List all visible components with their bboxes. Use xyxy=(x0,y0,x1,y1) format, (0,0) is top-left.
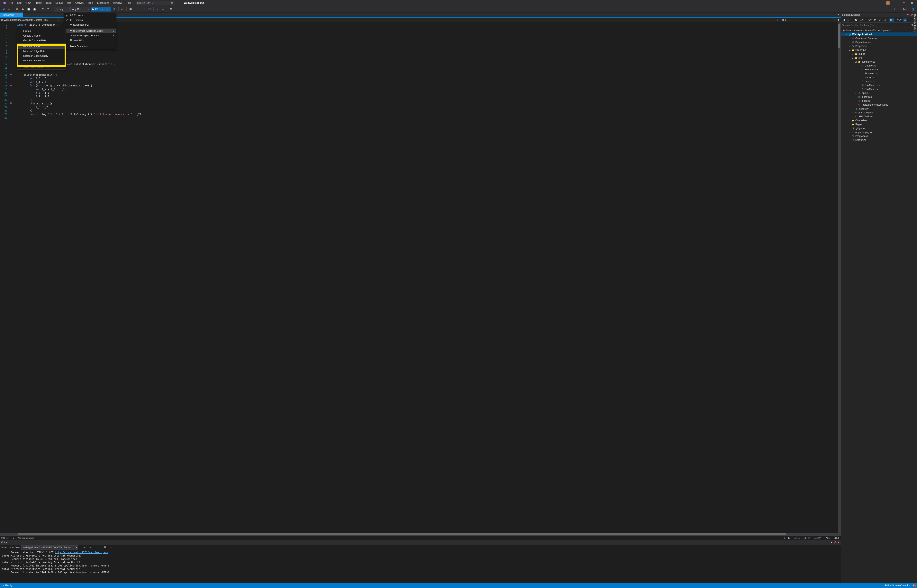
output-header[interactable]: Output ▼ 📌 ✕ xyxy=(0,540,841,545)
save-button[interactable]: 💾 xyxy=(26,7,31,11)
maximize-button[interactable]: ▢ xyxy=(900,0,908,6)
tb-icon-1[interactable]: ▦ xyxy=(128,7,133,11)
panel-close-icon[interactable]: ✕ xyxy=(838,541,839,544)
tb-icon-6[interactable]: ≡ xyxy=(160,7,165,11)
tree-node[interactable]: ◢📁src xyxy=(841,56,917,60)
tb-icon-2[interactable]: ⋯ xyxy=(134,7,138,11)
menu-item[interactable]: Script Debugging (Enabled) xyxy=(65,33,116,38)
browser-link-button[interactable]: 🗗 xyxy=(120,7,125,11)
menu-item[interactable]: Browse With... xyxy=(65,38,116,43)
expand-icon[interactable]: ▷ xyxy=(848,41,851,43)
menu-item[interactable]: Google Chrome xyxy=(18,34,66,38)
expand-icon[interactable]: ▷ xyxy=(851,53,854,55)
tree-node[interactable]: C#Startup.cs xyxy=(841,138,917,142)
new-project-button[interactable]: ▦+ xyxy=(15,7,20,11)
close-button[interactable]: ✕ xyxy=(908,0,916,6)
tree-node[interactable]: ◢🌐WebApplication2 xyxy=(841,32,917,36)
solution-tree[interactable]: ⬢ Solution 'WebApplication2' (1 of 1 pro… xyxy=(841,28,917,583)
menu-extensions[interactable]: Extensions xyxy=(95,1,111,5)
menu-item[interactable]: Select Web Browsers... xyxy=(18,64,66,69)
se-pending-button[interactable]: ⟲▾ xyxy=(867,18,873,22)
menu-view[interactable]: View xyxy=(23,1,33,5)
tree-node[interactable]: ▷⚙Dependencies xyxy=(841,40,917,44)
menu-item[interactable]: Microsoft Edge Canary xyxy=(18,53,66,58)
account-button[interactable]: 👤 xyxy=(911,7,916,11)
fold-icon[interactable]: ⊟ xyxy=(10,73,12,76)
search-input[interactable]: Search (Ctrl+Q) 🔍 xyxy=(136,1,175,5)
tree-node[interactable]: ⊕Connected Services xyxy=(841,36,917,40)
tabs-indicator[interactable]: TABS xyxy=(825,537,830,539)
user-avatar[interactable] xyxy=(886,1,890,5)
vertical-scrollbar[interactable] xyxy=(838,22,841,533)
config-dropdown[interactable]: Debug xyxy=(54,7,70,11)
word-wrap-button[interactable]: ⮐ xyxy=(109,545,113,550)
tb-icon-3[interactable]: ⬚ xyxy=(142,7,146,11)
expand-icon[interactable]: ◢ xyxy=(855,61,857,63)
tab-close-icon[interactable]: ✕ xyxy=(19,14,21,16)
se-forward-button[interactable]: ▶ xyxy=(846,18,851,22)
menu-item[interactable]: IIS Express xyxy=(65,18,116,23)
char-indicator[interactable]: Ch: 24 xyxy=(804,537,810,539)
out-btn-1[interactable]: ⇤ xyxy=(82,545,87,550)
menu-test[interactable]: Test xyxy=(65,1,73,5)
se-show-all-button[interactable]: ▦ xyxy=(889,18,894,22)
tabs-dropdown[interactable]: ▼ xyxy=(836,13,841,17)
menu-file[interactable]: File xyxy=(7,1,15,5)
menu-window[interactable]: Window xyxy=(111,1,124,5)
menu-edit[interactable]: Edit xyxy=(15,1,23,5)
menu-project[interactable]: Project xyxy=(33,1,44,5)
tb-icon-5[interactable]: ≡ xyxy=(155,7,160,11)
pin-icon[interactable]: 📌 xyxy=(910,14,913,16)
run-button[interactable]: ▶ IIS Express xyxy=(91,7,111,11)
nav-back-button[interactable]: ◀ xyxy=(1,7,6,11)
menu-item[interactable]: ▶IIS Express xyxy=(65,13,116,18)
save-all-button[interactable]: 💾 xyxy=(32,7,37,11)
scroll-right-icon[interactable]: ▶ xyxy=(789,536,790,539)
expand-icon[interactable]: ▷ xyxy=(855,92,857,94)
pin-icon[interactable]: 📌 xyxy=(834,541,837,544)
expand-icon[interactable]: ◢ xyxy=(845,34,847,36)
menu-help[interactable]: Help xyxy=(124,1,133,5)
menu-tools[interactable]: Tools xyxy=(86,1,95,5)
tree-node[interactable]: ▦index.css xyxy=(841,95,917,99)
tree-node[interactable]: ▯.gitignore xyxy=(841,126,917,130)
tree-node[interactable]: ⟲Fibonacci.js xyxy=(841,71,917,76)
menu-build[interactable]: Build xyxy=(44,1,53,5)
tb-icon-8[interactable]: ⬚ xyxy=(180,7,184,11)
tree-node[interactable]: ◢📁ClientApp xyxy=(841,48,917,52)
menu-item[interactable]: Microsoft Edge Beta xyxy=(18,49,66,53)
tree-node[interactable]: ▷📁Pages xyxy=(841,123,917,126)
tb-icon-7[interactable]: ✕ xyxy=(174,7,179,11)
tree-node[interactable]: M↓README.md xyxy=(841,115,917,118)
tree-node[interactable]: ⟲NavMenu.js xyxy=(841,87,917,91)
tree-node[interactable]: ▷▭package.json xyxy=(841,111,917,115)
expand-icon[interactable]: ▷ xyxy=(848,131,851,133)
code-content[interactable]: import React, { Component } i = this.cal… xyxy=(10,22,838,533)
se-refresh-button[interactable]: ⟳ xyxy=(878,18,882,22)
out-btn-3[interactable]: ⇉ xyxy=(94,545,99,550)
redo-button[interactable]: ↷ xyxy=(46,7,51,11)
line-indicator[interactable]: Ln: 15 xyxy=(794,537,800,539)
live-share-button[interactable]: ⇪ Live Share xyxy=(891,7,910,11)
open-button[interactable]: 🖿 xyxy=(21,7,26,11)
refresh-button[interactable]: ⟳ xyxy=(112,7,117,11)
menu-item[interactable]: More Emulators... xyxy=(65,44,116,49)
horizontal-scrollbar[interactable] xyxy=(0,533,841,536)
menu-item[interactable]: Firefox xyxy=(18,29,66,34)
output-source-dropdown[interactable]: WebApplication2 - ASP.NET Core Web Serve… xyxy=(21,545,78,550)
tree-node[interactable]: ⟲index.js xyxy=(841,99,917,103)
expand-icon[interactable]: ▷ xyxy=(848,45,851,47)
se-search-input[interactable]: Search Solution Explorer (Ctrl+;) 🔍▾ xyxy=(841,23,917,28)
tree-node[interactable]: ⟲registerServiceWorker.js xyxy=(841,103,917,107)
crlf-indicator[interactable]: CRLF xyxy=(834,537,839,539)
tree-node[interactable]: ▷📁public xyxy=(841,52,917,56)
platform-dropdown[interactable]: Any CPU xyxy=(70,7,90,11)
expand-icon[interactable]: ▷ xyxy=(848,120,851,121)
col-indicator[interactable]: Col: 27 xyxy=(814,537,821,539)
diagnostic-tools-tab[interactable]: Diagnostic Tools xyxy=(913,13,917,32)
expand-icon[interactable]: ▷ xyxy=(848,123,851,125)
se-properties-button[interactable]: 🔧▾ xyxy=(896,18,902,22)
tree-node[interactable]: ▷⟲App.js xyxy=(841,91,917,95)
menu-item[interactable]: Microsoft Edge xyxy=(18,44,66,49)
code-editor[interactable]: 1234567891011121314151617181920212223242… xyxy=(0,22,841,533)
